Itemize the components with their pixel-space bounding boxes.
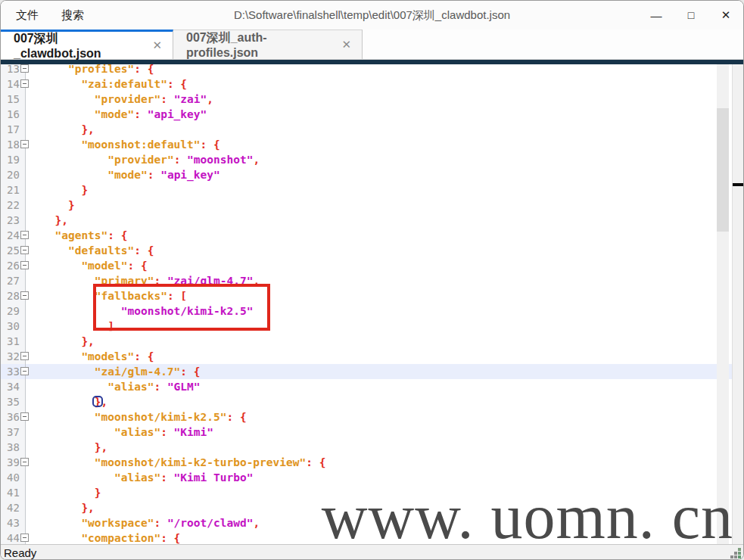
editor-window: 文件 搜索 D:\Software\finalshell\temp\edit\0… — [0, 0, 744, 560]
fold-collapse-icon[interactable] — [20, 79, 29, 88]
code-line[interactable]: 44 "compaction": { — [1, 530, 743, 544]
menu-bar: 文件 搜索 — [1, 8, 84, 23]
fold-collapse-icon[interactable] — [20, 458, 29, 466]
code-text: } — [41, 198, 75, 213]
fold-column — [26, 500, 41, 515]
code-line[interactable]: 31 }, — [1, 334, 743, 349]
fold-column — [26, 64, 41, 76]
fold-column — [26, 273, 41, 288]
close-icon[interactable]: ✕ — [708, 1, 743, 30]
code-text: "mode": "api_key" — [41, 107, 207, 122]
line-number: 30 — [1, 319, 26, 334]
red-annotation-box — [93, 284, 270, 331]
fold-column — [26, 485, 41, 500]
tab-label: 007深圳_auth-profiles.json — [186, 30, 332, 60]
fold-column — [26, 440, 41, 455]
code-line[interactable]: 13 "profiles": { — [1, 64, 743, 76]
code-line[interactable]: 20 "mode": "api_key" — [1, 167, 743, 182]
window-title-path: D:\Software\finalshell\temp\edit\007深圳_c… — [1, 8, 743, 23]
line-number: 43 — [1, 515, 26, 530]
code-line[interactable]: 32 "models": { — [1, 349, 743, 364]
line-number: 27 — [1, 273, 26, 288]
scrollbar-thumb[interactable] — [717, 108, 729, 232]
fold-column — [26, 92, 41, 107]
fold-collapse-icon[interactable] — [20, 140, 29, 148]
code-text: }, — [41, 500, 95, 515]
code-line[interactable]: 22 } — [1, 198, 743, 213]
code-line[interactable]: 21 } — [1, 182, 743, 198]
code-line[interactable]: 40 "alias": "Kimi Turbo" — [1, 470, 743, 485]
code-line[interactable]: 35 }, — [1, 394, 743, 409]
tab-bar: 007深圳_clawdbot.json ✕ 007深圳_auth-profile… — [1, 30, 743, 60]
line-number: 29 — [1, 303, 26, 319]
code-line[interactable]: 15 "provider": "zai", — [1, 92, 743, 107]
code-line[interactable]: 36 "moonshot/kimi-k2.5": { — [1, 409, 743, 425]
fold-column — [26, 515, 41, 530]
overview-ruler-marker — [733, 183, 743, 186]
code-line[interactable]: 24 "agents": { — [1, 228, 743, 243]
code-line[interactable]: 16 "mode": "api_key" — [1, 107, 743, 122]
line-number: 34 — [1, 379, 26, 394]
tab-auth-profiles-json[interactable]: 007深圳_auth-profiles.json ✕ — [173, 30, 363, 59]
fold-collapse-icon[interactable] — [20, 412, 29, 421]
fold-column — [26, 182, 41, 198]
maximize-icon[interactable]: □ — [674, 1, 708, 30]
fold-column — [26, 470, 41, 485]
code-line[interactable]: 42 }, — [1, 500, 743, 515]
code-line[interactable]: 43 "workspace": "/root/clawd", — [1, 515, 743, 530]
code-text: }, — [41, 394, 107, 409]
code-text: "moonshot/kimi-k2-turbo-preview": { — [41, 455, 325, 470]
menu-item-search[interactable]: 搜索 — [61, 8, 84, 23]
code-editor[interactable]: 13 "profiles": {14 "zai:default": {15 "p… — [1, 64, 743, 544]
code-line[interactable]: 18 "moonshot:default": { — [1, 137, 743, 152]
fold-column — [26, 394, 41, 409]
fold-collapse-icon[interactable] — [20, 534, 29, 542]
code-line[interactable]: 26 "model": { — [1, 258, 743, 273]
line-number: 22 — [1, 198, 26, 213]
fold-column — [26, 319, 41, 334]
line-number: 41 — [1, 485, 26, 500]
code-line[interactable]: 23 }, — [1, 213, 743, 228]
code-line[interactable]: 34 "alias": "GLM" — [1, 379, 743, 394]
code-text: "moonshot/kimi-k2.5": { — [41, 409, 247, 425]
code-line[interactable]: 17 }, — [1, 122, 743, 137]
line-number: 42 — [1, 500, 26, 515]
fold-collapse-icon[interactable] — [20, 367, 29, 375]
fold-collapse-icon[interactable] — [20, 261, 29, 269]
code-text: "provider": "zai", — [41, 92, 213, 107]
vertical-scrollbar[interactable] — [717, 64, 729, 544]
fold-column — [26, 213, 41, 228]
menu-item-file[interactable]: 文件 — [16, 8, 39, 23]
code-line[interactable]: 37 "alias": "Kimi" — [1, 425, 743, 440]
line-number: 31 — [1, 334, 26, 349]
fold-collapse-icon[interactable] — [20, 64, 29, 73]
tab-close-icon[interactable]: ✕ — [341, 38, 351, 51]
code-text: }, — [41, 334, 95, 349]
code-line[interactable]: 41 } — [1, 485, 743, 500]
fold-collapse-icon[interactable] — [20, 231, 29, 239]
fold-collapse-icon[interactable] — [20, 352, 29, 360]
minimize-icon[interactable]: — — [639, 1, 674, 30]
code-text: "zai:default": { — [41, 76, 187, 92]
fold-column — [26, 530, 41, 544]
tab-close-icon[interactable]: ✕ — [152, 39, 162, 52]
fold-column — [26, 455, 41, 470]
code-line[interactable]: 19 "provider": "moonshot", — [1, 152, 743, 167]
fold-collapse-icon[interactable] — [20, 246, 29, 254]
code-text: "defaults": { — [41, 243, 154, 258]
line-number: 38 — [1, 440, 26, 455]
fold-column — [26, 425, 41, 440]
fold-column — [26, 137, 41, 152]
code-text: "moonshot:default": { — [41, 137, 220, 152]
code-line[interactable]: 14 "zai:default": { — [1, 76, 743, 92]
code-line[interactable]: 38 }, — [1, 440, 743, 455]
fold-collapse-icon[interactable] — [20, 291, 29, 300]
fold-column — [26, 334, 41, 349]
status-text: Ready — [4, 546, 36, 559]
resize-grip-icon[interactable] — [730, 547, 742, 559]
code-line[interactable]: 33 "zai/glm-4.7": { — [1, 364, 743, 379]
code-text: "alias": "Kimi Turbo" — [41, 470, 253, 485]
tab-clawdbot-json[interactable]: 007深圳_clawdbot.json ✕ — [1, 30, 173, 59]
code-line[interactable]: 25 "defaults": { — [1, 243, 743, 258]
code-line[interactable]: 39 "moonshot/kimi-k2-turbo-preview": { — [1, 455, 743, 470]
